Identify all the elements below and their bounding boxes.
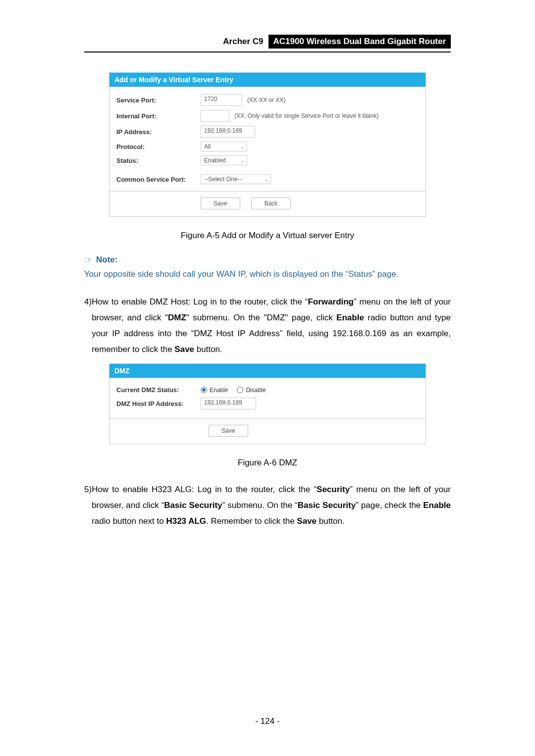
- disable-radio-label: Disable: [246, 387, 266, 394]
- ip-address-input[interactable]: 192.168.0.169: [201, 126, 255, 138]
- common-service-port-label: Common Service Port:: [116, 176, 201, 183]
- dmz-host-input[interactable]: 192.168.0.169: [201, 398, 256, 409]
- note-row: ☞ Note:: [84, 254, 451, 265]
- step-4-text: How to enable DMZ Host: Log in to the ro…: [92, 294, 451, 357]
- chevron-down-icon: ⌄: [240, 157, 245, 164]
- panel-footer: Save Back: [109, 191, 426, 216]
- chevron-down-icon: ⌄: [240, 144, 245, 150]
- common-service-port-select[interactable]: --Select One-- ⌄: [201, 174, 271, 184]
- panel-body: Service Port: 1720 (XX-XX or XX) Interna…: [109, 87, 426, 191]
- dmz-panel-footer: Save: [109, 418, 426, 444]
- common-service-port-value: --Select One--: [204, 176, 241, 183]
- figure-caption-a5: Figure A-5 Add or Modify a Virtual serve…: [84, 231, 451, 241]
- step-5: 5) How to enable H323 ALG: Log in to the…: [84, 482, 451, 529]
- save-button[interactable]: Save: [201, 198, 240, 209]
- internal-port-label: Internal Port:: [116, 112, 201, 120]
- note-label: Note:: [96, 255, 117, 265]
- disable-radio[interactable]: [237, 387, 243, 393]
- model-label: Archer C9: [223, 37, 268, 47]
- note-text: Your opposite side should call your WAN …: [84, 269, 451, 279]
- dmz-panel: DMZ Current DMZ Status: Enable Disable D…: [109, 363, 426, 444]
- page-header: Archer C9 AC1900 Wireless Dual Band Giga…: [84, 35, 451, 52]
- enable-radio[interactable]: [201, 387, 207, 393]
- dmz-save-button[interactable]: Save: [209, 425, 248, 437]
- status-select[interactable]: Enabled ⌄: [201, 155, 247, 165]
- step-number: 5): [84, 482, 92, 498]
- chevron-down-icon: ⌄: [264, 176, 268, 183]
- protocol-label: Protocol:: [116, 143, 201, 151]
- status-label: Status:: [116, 157, 201, 164]
- ip-address-label: IP Address:: [116, 128, 201, 136]
- pointing-hand-icon: ☞: [84, 254, 92, 265]
- back-button[interactable]: Back: [251, 198, 291, 209]
- dmz-form: Current DMZ Status: Enable Disable DMZ H…: [109, 378, 426, 418]
- panel-title: Add or Modify a Virtual Server Entry: [109, 73, 426, 87]
- service-port-input[interactable]: 1720: [201, 94, 242, 106]
- enable-radio-label: Enable: [210, 387, 228, 394]
- dmz-panel-title: DMZ: [109, 364, 426, 378]
- service-port-label: Service Port:: [116, 97, 201, 104]
- protocol-select[interactable]: All ⌄: [201, 142, 247, 151]
- step-number: 4): [84, 294, 92, 310]
- page-number: - 124 -: [0, 716, 535, 726]
- internal-port-input[interactable]: [201, 110, 229, 122]
- status-value: Enabled: [204, 157, 226, 164]
- internal-port-hint: (XX, Only valid for single Service Port …: [234, 112, 378, 119]
- dmz-host-label: DMZ Host IP Address:: [116, 400, 201, 407]
- virtual-server-panel: Add or Modify a Virtual Server Entry Ser…: [109, 72, 426, 217]
- product-title: AC1900 Wireless Dual Band Gigabit Router: [268, 35, 451, 49]
- step-4: 4) How to enable DMZ Host: Log in to the…: [84, 294, 451, 357]
- figure-caption-a6: Figure A-6 DMZ: [84, 458, 451, 468]
- dmz-status-label: Current DMZ Status:: [116, 386, 201, 394]
- protocol-value: All: [204, 143, 211, 150]
- service-port-hint: (XX-XX or XX): [247, 97, 285, 103]
- step-5-text: How to enable H323 ALG: Log in to the ro…: [92, 482, 451, 529]
